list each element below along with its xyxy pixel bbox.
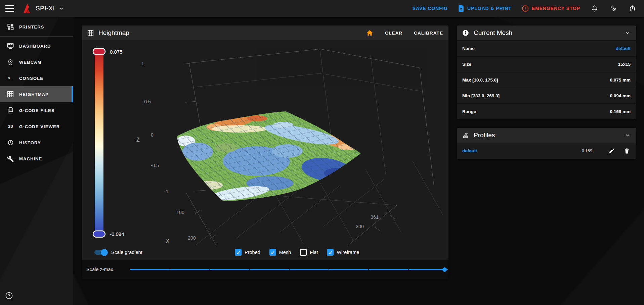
emergency-stop-button[interactable]: EMERGENCY STOP — [522, 5, 580, 12]
current-mesh-panel: Current Mesh Name default Size 15x15 Max… — [457, 26, 636, 119]
toggle-track[interactable] — [94, 250, 107, 255]
app-bar: SPI-XI SAVE CONFIG UPLOAD & PRINT — [0, 0, 644, 17]
checkbox-flat[interactable]: Flat — [300, 249, 318, 256]
pencil-icon[interactable] — [608, 147, 615, 155]
heightmap-3d-plot[interactable]: 1 0.5 0 -0.5 -1 100 200 361 300 Z X 0.07… — [82, 40, 448, 245]
sidebar-item-machine[interactable]: MACHINE — [0, 151, 73, 167]
sidebar: PRINTERS DASHBOARD — [0, 17, 73, 305]
row-label: Max [10.0, 175.0] — [462, 78, 498, 83]
z-tick: -1 — [164, 189, 169, 194]
row-value: 15x15 — [618, 62, 631, 67]
z-tick: 0 — [151, 132, 154, 138]
sidebar-divider — [0, 36, 73, 37]
colorbar-min-label: -0.094 — [110, 231, 124, 237]
printers-grid-icon — [6, 23, 14, 31]
panel-title: Profiles — [474, 132, 495, 139]
chevron-down-icon[interactable] — [624, 30, 631, 36]
machine-selector[interactable]: SPI-XI — [22, 3, 64, 14]
profile-range-value: 0.169 — [582, 149, 592, 153]
brand-logo-icon — [22, 3, 32, 14]
checkbox-label: Mesh — [279, 250, 291, 255]
sidebar-item-label: HEIGHTMAP — [19, 92, 49, 97]
profile-row-default[interactable]: default 0.169 — [457, 143, 636, 158]
z-axis-label: Z — [136, 137, 140, 143]
profile-name-link[interactable]: default — [462, 148, 477, 153]
power-icon[interactable] — [628, 4, 637, 13]
calibrate-button[interactable]: CALIBRATE — [414, 31, 443, 36]
chevron-down-icon[interactable] — [624, 132, 631, 139]
sidebar-item-label: CONSOLE — [19, 76, 43, 81]
sidebar-item-printers[interactable]: PRINTERS — [0, 19, 73, 35]
gears-icon[interactable] — [609, 4, 618, 13]
x-axis-label: X — [166, 238, 170, 244]
scale-gradient-label: Scale gradient — [111, 250, 142, 255]
sidebar-item-gcode-files[interactable]: G-CODE FILES — [0, 102, 73, 118]
scale-z-slider[interactable] — [130, 267, 448, 272]
hamburger-icon[interactable] — [5, 5, 14, 12]
help-circle-icon[interactable] — [5, 292, 13, 300]
row-value: 0.075 mm — [610, 78, 631, 83]
checkbox-checked-icon[interactable] — [269, 249, 276, 256]
sidebar-item-label: MACHINE — [19, 156, 42, 161]
sidebar-item-label: PRINTERS — [19, 24, 44, 30]
grid-icon — [87, 30, 94, 37]
heightmap-grid-icon — [6, 91, 14, 98]
colorbar-min-cap[interactable] — [93, 231, 105, 237]
row-label: Size — [462, 62, 471, 67]
page-title: Heightmap — [98, 29, 129, 37]
current-mesh-header[interactable]: Current Mesh — [457, 26, 636, 40]
z-tick: 0.5 — [144, 99, 151, 104]
gcode-viewer-icon: 3D — [6, 124, 14, 129]
dashboard-monitor-icon — [6, 42, 14, 50]
colorbar-max-cap[interactable] — [93, 48, 105, 55]
alert-octagon-icon — [522, 5, 529, 12]
sidebar-item-dashboard[interactable]: DASHBOARD — [0, 38, 73, 54]
stack-icon — [462, 132, 469, 139]
profiles-header[interactable]: Profiles — [457, 128, 636, 143]
sidebar-item-webcam[interactable]: WEBCAM — [0, 54, 73, 70]
x-tick: 100 — [176, 210, 184, 215]
row-value[interactable]: default — [616, 46, 631, 51]
layer-checkboxes: Probed Mesh Flat Wireframe — [235, 249, 359, 256]
colorbar: 0.075 -0.094 — [93, 48, 124, 237]
trash-icon[interactable] — [623, 147, 631, 155]
webcam-icon — [6, 58, 14, 66]
slider-tick — [209, 269, 210, 271]
slider-tick — [329, 269, 329, 271]
sidebar-item-history[interactable]: HISTORY — [0, 135, 73, 151]
scale-gradient-toggle[interactable]: Scale gradient — [94, 250, 142, 255]
home-icon[interactable] — [366, 30, 374, 37]
notifications-icon[interactable] — [590, 4, 599, 13]
toggle-knob[interactable] — [101, 249, 108, 256]
row-value: -0.094 mm — [608, 93, 631, 98]
clear-button[interactable]: CLEAR — [385, 31, 402, 36]
scale-z-row: Scale z-max. — [82, 260, 448, 279]
mesh-row-min: Min [333.0, 269.3] -0.094 mm — [457, 88, 636, 103]
row-value: 0.169 mm — [610, 109, 631, 114]
heightmap-surface — [166, 101, 374, 211]
save-config-button[interactable]: SAVE CONFIG — [413, 6, 448, 11]
sidebar-item-heightmap[interactable]: HEIGHTMAP — [0, 86, 73, 102]
checkbox-unchecked-icon[interactable] — [300, 249, 307, 256]
row-label: Range — [462, 109, 476, 114]
heightmap-card: Heightmap CLEAR CALIBRATE — [82, 26, 448, 279]
wrench-icon — [6, 155, 14, 162]
machine-name: SPI-XI — [36, 5, 55, 12]
slider-thumb[interactable] — [442, 267, 447, 272]
heightmap-card-header: Heightmap CLEAR CALIBRATE — [82, 26, 448, 40]
checkbox-wireframe[interactable]: Wireframe — [327, 249, 359, 256]
row-label: Min [333.0, 269.3] — [462, 93, 500, 98]
sidebar-item-console[interactable]: >_ CONSOLE — [0, 70, 73, 86]
slider-tick — [368, 269, 369, 271]
emergency-stop-label: EMERGENCY STOP — [532, 6, 580, 11]
history-clock-icon — [6, 139, 14, 146]
checkbox-label: Probed — [245, 250, 260, 255]
checkbox-probed[interactable]: Probed — [235, 249, 260, 256]
sidebar-item-gcode-viewer[interactable]: 3D G-CODE VIEWER — [0, 118, 73, 135]
checkbox-mesh[interactable]: Mesh — [269, 249, 291, 256]
upload-print-button[interactable]: UPLOAD & PRINT — [458, 5, 512, 12]
slider-tick — [170, 269, 170, 271]
console-icon: >_ — [6, 76, 14, 81]
checkbox-checked-icon[interactable] — [327, 249, 334, 256]
checkbox-checked-icon[interactable] — [235, 249, 242, 256]
